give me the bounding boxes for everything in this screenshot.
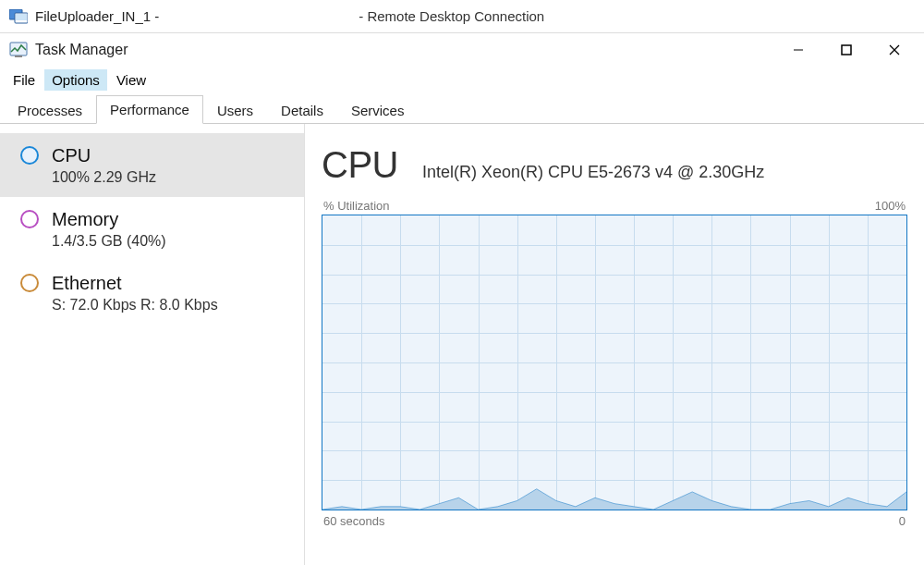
cpu-heading: CPU (322, 144, 398, 186)
window-controls (787, 39, 906, 61)
memory-mini-chart-icon (20, 210, 39, 228)
tab-services[interactable]: Services (337, 96, 419, 124)
svg-rect-4 (15, 55, 22, 57)
rdc-icon (9, 9, 28, 24)
rdc-title-bar: FileUploader_IN_1 - - Remote Desktop Con… (0, 0, 924, 33)
chart-top-labels: % Utilization 100% (322, 199, 907, 213)
performance-main-panel: CPU Intel(R) Xeon(R) CPU E5-2673 v4 @ 2.… (305, 124, 924, 565)
menu-bar: File Options View (0, 67, 924, 92)
svg-rect-2 (16, 14, 27, 20)
svg-rect-6 (842, 45, 851, 55)
task-manager-title: Task Manager (35, 42, 780, 58)
rdc-connection-name: FileUploader_IN_1 - (35, 8, 159, 24)
ethernet-mini-chart-icon (20, 274, 39, 292)
sidebar-ethernet-sub: S: 72.0 Kbps R: 8.0 Kbps (52, 297, 218, 313)
cpu-header: CPU Intel(R) Xeon(R) CPU E5-2673 v4 @ 2.… (322, 144, 907, 186)
sidebar-ethernet-title: Ethernet (52, 272, 218, 295)
rdc-window-title: - Remote Desktop Connection (359, 8, 915, 24)
tab-performance[interactable]: Performance (96, 95, 203, 124)
sidebar-item-ethernet[interactable]: Ethernet S: 72.0 Kbps R: 8.0 Kbps (0, 261, 304, 325)
sidebar-cpu-sub: 100% 2.29 GHz (52, 169, 156, 186)
cpu-chart-area (322, 215, 906, 510)
menu-options[interactable]: Options (44, 69, 107, 91)
close-button[interactable] (883, 39, 906, 61)
sidebar-cpu-title: CPU (52, 144, 156, 167)
tab-strip: Processes Performance Users Details Serv… (0, 92, 924, 124)
menu-file[interactable]: File (6, 69, 43, 91)
sidebar-item-memory[interactable]: Memory 1.4/3.5 GB (40%) (0, 197, 304, 261)
tab-processes[interactable]: Processes (4, 96, 96, 124)
chart-xstart: 60 seconds (323, 514, 385, 528)
tab-users[interactable]: Users (203, 96, 267, 124)
cpu-utilization-chart[interactable] (322, 215, 907, 510)
chart-xend: 0 (899, 514, 906, 528)
sidebar-memory-title: Memory (52, 208, 166, 231)
task-manager-icon (9, 42, 28, 58)
maximize-button[interactable] (835, 39, 857, 61)
sidebar-item-cpu[interactable]: CPU 100% 2.29 GHz (0, 133, 304, 197)
performance-sidebar: CPU 100% 2.29 GHz Memory 1.4/3.5 GB (40%… (0, 124, 305, 565)
tab-details[interactable]: Details (267, 96, 337, 124)
task-manager-title-bar: Task Manager (0, 33, 924, 67)
chart-ymax: 100% (875, 199, 906, 213)
sidebar-memory-sub: 1.4/3.5 GB (40%) (52, 233, 166, 250)
chart-bottom-labels: 60 seconds 0 (322, 514, 907, 528)
cpu-mini-chart-icon (20, 146, 39, 165)
menu-view[interactable]: View (109, 69, 153, 91)
chart-ylabel: % Utilization (323, 199, 390, 213)
cpu-model: Intel(R) Xeon(R) CPU E5-2673 v4 @ 2.30GH… (422, 163, 764, 182)
performance-body: CPU 100% 2.29 GHz Memory 1.4/3.5 GB (40%… (0, 124, 924, 565)
minimize-button[interactable] (787, 39, 809, 61)
